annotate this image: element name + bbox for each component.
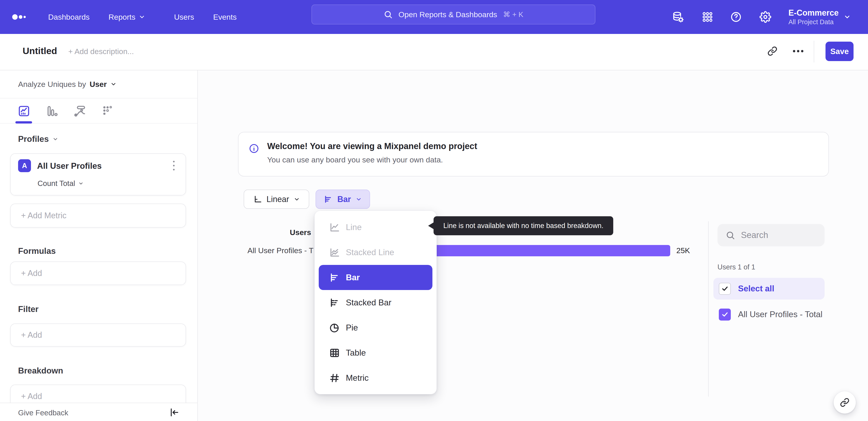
global-search-bar[interactable]: Open Reports & Dashboards ⌘ + K (311, 4, 595, 24)
help-icon[interactable] (730, 11, 742, 23)
table-icon (329, 347, 340, 358)
metric-options-icon[interactable] (169, 160, 179, 171)
menu-item-stacked-line[interactable]: Stacked Line (319, 240, 432, 265)
users-column-header: Users (290, 228, 311, 237)
tab-retention-icon[interactable] (101, 105, 114, 117)
chart-bar-value: 25K (676, 246, 690, 255)
metric-card[interactable]: A All User Profiles Count Total (10, 153, 186, 195)
chevron-down-icon (355, 196, 362, 202)
legend-item-row[interactable]: All User Profiles - Total (713, 304, 825, 325)
query-builder-sidebar: Analyze Uniques by User (0, 71, 198, 421)
menu-item-pie[interactable]: Pie (319, 315, 432, 340)
menu-item-label: Pie (346, 323, 358, 333)
tooltip-text: Line is not available with no time based… (443, 222, 603, 230)
mixpanel-logo-icon[interactable] (12, 12, 29, 22)
select-all-checkbox[interactable] (719, 283, 731, 295)
top-nav: Dashboards Reports Users Events Open Rep… (0, 0, 868, 34)
info-icon (249, 143, 259, 154)
link-icon (840, 398, 849, 407)
profiles-label: Profiles (18, 134, 49, 144)
banner-title: Welcome! You are viewing a Mixpanel demo… (267, 141, 477, 151)
tooltip-arrow (428, 222, 434, 229)
nav-item-reports[interactable]: Reports (108, 0, 145, 34)
select-all-label: Select all (738, 284, 774, 293)
nav-item-users[interactable]: Users (174, 0, 194, 34)
menu-item-bar[interactable]: Bar (319, 265, 432, 290)
project-switcher[interactable]: E-Commerce All Project Data (788, 0, 851, 34)
hash-metric-icon (329, 372, 340, 384)
legend-search-box[interactable] (717, 224, 825, 246)
chevron-down-icon[interactable] (110, 81, 117, 87)
scale-selector-button[interactable]: Linear (244, 190, 309, 209)
menu-item-line[interactable]: Line (319, 215, 432, 240)
report-header: Untitled + Add description... (0, 34, 868, 71)
report-tabs (0, 98, 197, 123)
breakdown-section-header: Breakdown (18, 366, 63, 375)
menu-item-stacked-bar[interactable]: Stacked Bar (319, 290, 432, 315)
tab-funnels-icon[interactable] (45, 105, 58, 117)
collapse-sidebar-icon[interactable] (169, 407, 180, 418)
add-filter-label: + Add (21, 330, 42, 340)
project-name: E-Commerce (788, 8, 839, 18)
check-icon (721, 311, 729, 318)
menu-item-label: Stacked Line (346, 248, 394, 257)
chart-type-label: Bar (337, 195, 351, 204)
stacked-bar-chart-icon (329, 297, 340, 308)
data-management-icon[interactable] (672, 11, 684, 23)
menu-item-metric[interactable]: Metric (319, 365, 432, 390)
tab-flows-icon[interactable] (73, 105, 86, 117)
chevron-down-icon (844, 13, 851, 21)
menu-item-table[interactable]: Table (319, 340, 432, 365)
scale-label: Linear (267, 195, 289, 204)
select-all-row[interactable]: Select all (713, 278, 825, 300)
give-feedback-link[interactable]: Give Feedback (18, 409, 68, 417)
add-formula-label: + Add (21, 269, 42, 278)
chart-type-button[interactable]: Bar (315, 190, 370, 209)
search-icon (383, 10, 393, 19)
settings-gear-icon[interactable] (760, 11, 771, 23)
menu-item-label: Metric (346, 373, 369, 383)
profiles-section-header[interactable]: Profiles (18, 134, 58, 144)
formulas-label: Formulas (18, 246, 56, 256)
analyze-prefix: Analyze Uniques by (18, 80, 86, 89)
copy-link-icon[interactable] (767, 46, 777, 56)
add-formula-button[interactable]: + Add (10, 261, 186, 285)
nav-item-events[interactable]: Events (213, 0, 237, 34)
line-disabled-tooltip: Line is not available with no time based… (434, 216, 613, 235)
save-button[interactable]: Save (826, 41, 854, 61)
analyze-value-selector[interactable]: User (90, 80, 107, 89)
project-scope: All Project Data (788, 18, 839, 26)
more-options-icon[interactable] (792, 46, 804, 56)
add-breakdown-label: + Add (21, 392, 42, 401)
active-tab-indicator (16, 121, 32, 123)
pie-chart-icon (329, 322, 340, 333)
legend-count: Users 1 of 1 (717, 263, 755, 271)
add-metric-label: + Add Metric (21, 211, 66, 220)
menu-item-label: Line (346, 223, 362, 232)
chevron-down-icon (78, 181, 84, 186)
menu-item-label: Bar (346, 273, 360, 282)
check-icon (721, 285, 729, 292)
add-metric-button[interactable]: + Add Metric (10, 204, 186, 228)
legend-search-input[interactable] (741, 230, 818, 240)
bar-chart-icon (324, 195, 333, 204)
formulas-section-header: Formulas (18, 246, 56, 256)
apps-grid-icon[interactable] (702, 11, 713, 23)
chevron-down-icon (293, 196, 300, 202)
menu-item-label: Stacked Bar (346, 298, 392, 307)
report-title[interactable]: Untitled (23, 46, 57, 56)
aggregation-label: Count Total (37, 179, 75, 188)
chart-type-menu: Line Stacked Line Bar Stacked Bar Pie Ta… (314, 210, 437, 394)
filter-label: Filter (18, 305, 38, 314)
metric-name[interactable]: All User Profiles (37, 161, 102, 171)
nav-item-dashboards[interactable]: Dashboards (48, 0, 90, 34)
add-filter-button[interactable]: + Add (10, 324, 186, 346)
chevron-down-icon (53, 136, 58, 142)
add-description[interactable]: + Add description... (68, 47, 134, 56)
metric-aggregation-selector[interactable]: Count Total (37, 179, 84, 188)
nav-label: Users (174, 13, 194, 22)
share-link-fab[interactable] (834, 391, 856, 414)
tab-insights-icon[interactable] (18, 105, 30, 117)
chevron-down-icon (138, 13, 145, 20)
legend-item-checkbox[interactable] (719, 309, 731, 320)
